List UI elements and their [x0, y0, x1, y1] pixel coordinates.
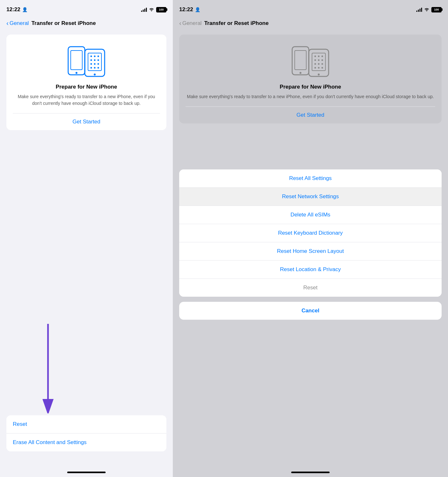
rbar1: [416, 11, 417, 12]
svg-point-2: [76, 72, 77, 74]
delete-all-esims-item[interactable]: Delete All eSIMs: [179, 206, 442, 224]
time-right: 12:22: [179, 6, 193, 13]
back-label-right: General: [182, 20, 202, 27]
card-title-left: Prepare for New iPhone: [56, 84, 117, 90]
bar3: [144, 9, 145, 12]
reset-label: Reset: [13, 421, 27, 427]
svg-point-36: [318, 74, 320, 75]
svg-rect-20: [295, 51, 306, 70]
bar1: [141, 11, 142, 12]
transfer-icon-left: [66, 43, 107, 79]
card-content-right: Prepare for New iPhone Make sure everyth…: [179, 35, 442, 106]
svg-point-28: [318, 59, 320, 61]
rbar4: [421, 8, 422, 12]
reset-keyboard-dictionary-item[interactable]: Reset Keyboard Dictionary: [179, 224, 442, 242]
home-indicator-left: [67, 472, 106, 473]
svg-point-21: [300, 72, 301, 74]
bar2: [143, 10, 144, 12]
erase-list-item[interactable]: Erase All Content and Settings: [6, 433, 166, 451]
card-title-right: Prepare for New iPhone: [280, 84, 341, 90]
status-icons-left: 100: [141, 7, 166, 12]
reset-all-settings-item[interactable]: Reset All Settings: [179, 169, 442, 187]
user-icon-right: 👤: [195, 7, 200, 12]
right-panel: 12:22 👤 100 ‹ General Transfer or Reset …: [173, 0, 448, 477]
erase-label: Erase All Content and Settings: [13, 439, 87, 445]
svg-point-5: [91, 56, 92, 57]
left-panel: 12:22 👤 100 ‹ General Transfer or Reset …: [0, 0, 173, 477]
chevron-left-icon: ‹: [6, 20, 9, 27]
action-sheet: Reset All Settings Reset Network Setting…: [173, 169, 448, 477]
wifi-icon-right: [424, 7, 429, 12]
sheet-options-card: Reset All Settings Reset Network Setting…: [179, 169, 442, 297]
status-time-right: 12:22 👤: [179, 6, 200, 13]
status-icons-right: 100: [416, 7, 442, 12]
page-title-right: Transfer or Reset iPhone: [204, 20, 268, 27]
transfer-card-right: Prepare for New iPhone Make sure everyth…: [179, 35, 442, 123]
rbar3: [420, 9, 420, 12]
svg-point-16: [98, 67, 99, 69]
transfer-card-left: Prepare for New iPhone Make sure everyth…: [6, 35, 166, 130]
svg-point-27: [315, 59, 316, 61]
card-description-left: Make sure everything's ready to transfer…: [13, 93, 160, 107]
svg-point-30: [315, 63, 316, 65]
signal-icon-right: [416, 7, 422, 12]
time-left: 12:22: [6, 6, 20, 13]
battery-text-left: 100: [159, 8, 164, 11]
reset-item-partial[interactable]: Reset: [179, 278, 442, 297]
cancel-button[interactable]: Cancel: [179, 302, 442, 320]
svg-point-33: [315, 67, 316, 69]
back-button-left[interactable]: ‹ General: [6, 20, 29, 27]
reset-home-screen-layout-item[interactable]: Reset Home Screen Layout: [179, 242, 442, 260]
cancel-label: Cancel: [301, 308, 319, 314]
svg-point-10: [98, 59, 99, 61]
home-indicator-right: [291, 472, 330, 473]
svg-point-8: [91, 59, 92, 61]
card-content-left: Prepare for New iPhone Make sure everyth…: [6, 35, 166, 113]
svg-point-32: [322, 63, 323, 65]
status-time-left: 12:22 👤: [6, 6, 28, 13]
svg-point-35: [322, 67, 323, 69]
back-button-right[interactable]: ‹ General: [179, 20, 202, 27]
status-bar-left: 12:22 👤 100: [0, 0, 173, 17]
page-title-left: Transfer or Reset iPhone: [31, 20, 96, 27]
svg-point-25: [318, 56, 320, 57]
nav-bar-right: ‹ General Transfer or Reset iPhone: [173, 17, 448, 31]
delete-all-esims-label: Delete All eSIMs: [291, 212, 331, 218]
svg-point-6: [94, 56, 96, 57]
svg-rect-1: [71, 51, 82, 70]
svg-point-12: [94, 63, 96, 65]
svg-point-7: [98, 56, 99, 57]
svg-point-15: [94, 67, 96, 69]
reset-location-privacy-label: Reset Location & Privacy: [280, 266, 341, 272]
battery-text-right: 100: [434, 8, 439, 11]
svg-point-24: [315, 56, 316, 57]
svg-point-9: [94, 59, 96, 61]
reset-list-item[interactable]: Reset: [6, 415, 166, 433]
rbar2: [418, 10, 419, 12]
svg-point-31: [318, 63, 320, 65]
bottom-list-left: Reset Erase All Content and Settings: [6, 415, 166, 451]
reset-home-screen-layout-label: Reset Home Screen Layout: [277, 248, 344, 254]
reset-partial-label: Reset: [303, 285, 317, 291]
card-description-right: Make sure everything's ready to transfer…: [187, 93, 434, 100]
status-bar-right: 12:22 👤 100: [173, 0, 448, 17]
reset-location-privacy-item[interactable]: Reset Location & Privacy: [179, 260, 442, 278]
signal-icon-left: [141, 7, 147, 12]
battery-icon-right: 100: [431, 7, 442, 12]
chevron-right-icon: ‹: [179, 20, 181, 27]
svg-point-17: [94, 74, 96, 75]
back-label-left: General: [10, 20, 29, 27]
get-started-button-left[interactable]: Get Started: [6, 113, 166, 130]
svg-point-13: [98, 63, 99, 65]
wifi-icon-left: [149, 7, 154, 12]
svg-point-29: [322, 59, 323, 61]
reset-all-settings-label: Reset All Settings: [289, 175, 332, 181]
battery-icon-left: 100: [156, 7, 166, 12]
user-icon-left: 👤: [22, 7, 28, 12]
reset-network-settings-item[interactable]: Reset Network Settings: [179, 187, 442, 206]
nav-bar-left: ‹ General Transfer or Reset iPhone: [0, 17, 173, 31]
svg-point-11: [91, 63, 92, 65]
transfer-icon-right: [290, 43, 331, 79]
get-started-button-right[interactable]: Get Started: [179, 107, 442, 123]
svg-point-26: [322, 56, 323, 57]
